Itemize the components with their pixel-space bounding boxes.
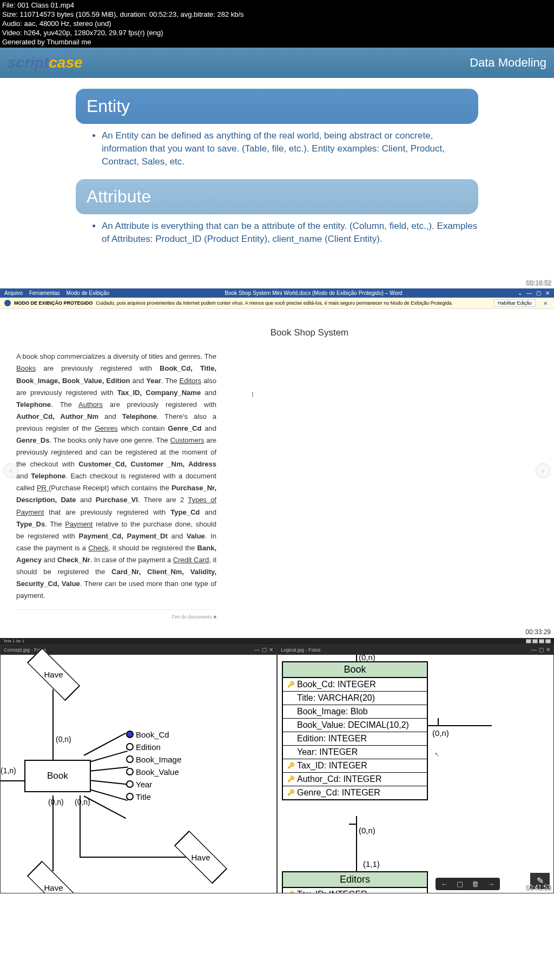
right-pane-title: Logical.jpg - Fotos — [281, 647, 321, 653]
table-editors-header: Editors — [283, 872, 427, 888]
er-attr-title: Title — [126, 792, 151, 801]
er-relationship-have-bottom-right: Have — [174, 841, 228, 873]
foreign-key-icon: 🔑 — [287, 789, 295, 797]
menu-arquivo[interactable]: Arquivo — [4, 290, 23, 296]
timestamp-3: 00:41:53 — [525, 884, 551, 891]
left-diagram-pane: Concept.jpg - Fotos —▢✕ Have — [0, 644, 277, 893]
protect-message: Cuidado, pois arquivos provenientes da I… — [96, 300, 453, 306]
table-column: 🔑Tax_ID: INTEGER — [283, 759, 427, 773]
close-icon[interactable]: ✕ — [269, 647, 273, 653]
er-logical-diagram: (0,n) (0,n) (1,1) (0,n) Book 🔑Book_Cd: I… — [278, 655, 553, 893]
entity-description: An Entity can be defined as anything of … — [102, 129, 478, 168]
cardinality-1n: (1,n) — [1, 766, 16, 775]
table-column: 🔑Tax_ID: INTEGER — [283, 888, 427, 893]
table-column: Year: INTEGER — [283, 746, 427, 759]
er-attr-book-value: Book_Value — [126, 767, 179, 777]
table-book-header: Book — [283, 662, 427, 678]
timestamp-1: 00:16:52 — [525, 279, 551, 286]
cardinality-0n-2: (0,n) — [48, 798, 64, 806]
timestamp-2: 00:33:29 — [525, 628, 551, 636]
mouse-cursor-icon: ↖ — [434, 751, 439, 758]
slide-title: Data Modeling — [470, 56, 546, 70]
cardinality-0n-3: (0,n) — [75, 798, 90, 806]
protected-view-bar: MODO DE EXIBIÇÃO PROTEGIDO Cuidado, pois… — [0, 298, 554, 309]
entity-heading: Entity — [76, 89, 478, 124]
right-pane-titlebar: Logical.jpg - Fotos —▢✕ — [278, 645, 553, 655]
delete-icon[interactable]: 🗑 — [472, 880, 479, 888]
table-column: Book_Value: DECIMAL(10,2) — [283, 719, 427, 732]
er-conceptual-diagram: Have Book Have Have Book_Cd Edition Book… — [1, 655, 276, 893]
info-audio: Audio: aac, 48000 Hz, stereo (und) — [2, 19, 552, 29]
er-entity-book: Book — [24, 760, 91, 792]
next-slide-button[interactable]: › — [536, 463, 551, 478]
table-column: 🔑Author_Cd: INTEGER — [283, 773, 427, 786]
document-text: A book shop commercializes a diversity o… — [16, 351, 216, 602]
next-photo-icon[interactable]: → — [487, 880, 494, 888]
er-attr-book-image: Book_Image — [126, 755, 181, 764]
primary-key-icon: 🔑 — [287, 681, 295, 688]
thumbnail-2: Arquivo Ferramentas Modo de Exibição Boo… — [0, 288, 554, 637]
table-column: Title: VARCHAR(20) — [283, 692, 427, 705]
word-document-title: Book Shop System Mini World.docx (Modo d… — [225, 290, 402, 296]
window-controls: ⌄ — ▢ ✕ — [518, 290, 550, 296]
slide-body: Entity An Entity can be defined as anyth… — [0, 78, 554, 288]
close-icon[interactable]: ✕ — [546, 647, 550, 653]
table-column: 🔑Genre_Cd: INTEGER — [283, 786, 427, 799]
taskbar-label: Tela 1 de 1 — [3, 639, 24, 643]
table-column: Edition: INTEGER — [283, 732, 427, 746]
info-video: Video: h264, yuv420p, 1280x720, 29.97 fp… — [2, 29, 552, 38]
photos-toolbar: ← ▢ 🗑 → — [436, 878, 500, 890]
scriptcase-logo: scriptcase — [8, 54, 83, 71]
file-info-header: File: 001 Class 01.mp4 Size: 110714573 b… — [0, 0, 554, 48]
attribute-description: An Attribute is everything that can be a… — [102, 220, 478, 246]
minimize-icon[interactable]: — — [254, 647, 260, 653]
table-column: Book_Image: Blob — [283, 705, 427, 719]
info-file: File: 001 Class 01.mp4 — [2, 1, 552, 10]
er-attr-year: Year — [126, 780, 152, 789]
minimize-icon[interactable]: — — [526, 290, 532, 296]
windows-taskbar: Tela 1 de 1 — [0, 638, 554, 644]
protect-mode-label: MODO DE EXIBIÇÃO PROTEGIDO — [14, 300, 93, 306]
rel-right: (0,n) — [432, 728, 449, 738]
logical-table-book: Book 🔑Book_Cd: INTEGERTitle: VARCHAR(20)… — [282, 661, 428, 800]
logical-table-editors: Editors 🔑Tax_ID: INTEGER — [282, 871, 428, 893]
rel-mid2: (1,1) — [363, 859, 380, 869]
thumbnail-3: Tela 1 de 1 Concept.jpg - Fotos —▢✕ — [0, 638, 554, 893]
document-footer: Fim do documento ■ — [16, 609, 216, 621]
primary-key-icon: 🔑 — [287, 891, 295, 893]
foreign-key-icon: 🔑 — [287, 762, 295, 769]
info-generated: Generated by Thumbnail me — [2, 38, 552, 47]
cardinality-0n-1: (0,n) — [56, 735, 71, 744]
attribute-heading: Attribute — [76, 179, 478, 214]
close-icon[interactable]: ✕ — [545, 290, 550, 296]
er-relationship-have-bottom-left: Have — [27, 871, 81, 893]
right-diagram-pane: Logical.jpg - Fotos —▢✕ (0,n) (0,n) (1,1… — [277, 644, 554, 893]
er-relationship-have-top: Have — [27, 658, 81, 690]
menu-modo[interactable]: Modo de Exibição — [67, 290, 110, 296]
maximize-icon[interactable]: ▢ — [262, 647, 267, 653]
slideshow-icon[interactable]: ▢ — [457, 880, 463, 888]
prev-photo-icon[interactable]: ← — [441, 880, 448, 888]
info-size: Size: 110714573 bytes (105.59 MiB), dura… — [2, 10, 552, 19]
dismiss-bar-icon[interactable]: ✕ — [541, 300, 550, 306]
maximize-icon[interactable]: ▢ — [536, 290, 541, 296]
er-attr-book-cd: Book_Cd — [126, 730, 169, 739]
table-column: 🔑Book_Cd: INTEGER — [283, 678, 427, 692]
minimize-icon[interactable]: — — [531, 647, 537, 653]
prev-slide-button[interactable]: ‹ — [3, 463, 18, 478]
taskbar-icons — [526, 639, 551, 643]
foreign-key-icon: 🔑 — [287, 775, 295, 783]
er-attr-edition: Edition — [126, 742, 161, 752]
menu-ferramentas[interactable]: Ferramentas — [29, 290, 60, 296]
enable-editing-button[interactable]: Habilitar Edição — [494, 299, 536, 307]
shield-icon — [4, 300, 11, 306]
word-titlebar: Arquivo Ferramentas Modo de Exibição Boo… — [0, 288, 554, 298]
ribbon-collapse-icon[interactable]: ⌄ — [518, 290, 522, 296]
maximize-icon[interactable]: ▢ — [539, 647, 544, 653]
document-title: Book Shop System — [81, 325, 538, 341]
text-cursor-icon: I — [252, 389, 254, 402]
word-document-body: Book Shop System A book shop commerciali… — [0, 309, 554, 637]
rel-mid1: (0,n) — [359, 826, 375, 835]
slide-header: scriptcase Data Modeling — [0, 48, 554, 78]
word-menu: Arquivo Ferramentas Modo de Exibição — [4, 290, 109, 296]
